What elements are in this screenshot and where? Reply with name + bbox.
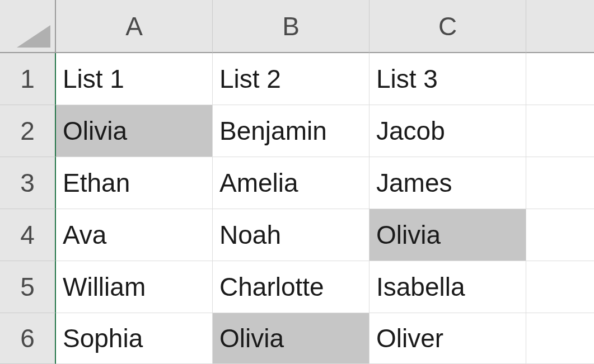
cell-c1[interactable]: List 3	[370, 53, 526, 105]
cell-c5[interactable]: Isabella	[370, 261, 526, 313]
row-header-1[interactable]: 1	[0, 53, 56, 105]
column-header-b[interactable]: B	[213, 0, 370, 53]
spreadsheet-grid: A B C 1 List 1 List 2 List 3 2 Olivia Be…	[0, 0, 594, 364]
cell-a6[interactable]: Sophia	[56, 313, 213, 364]
cell-a1[interactable]: List 1	[56, 53, 213, 105]
cell-d6[interactable]	[526, 313, 594, 364]
row-header-3[interactable]: 3	[0, 157, 56, 209]
select-all-corner[interactable]	[0, 0, 56, 53]
column-header-next[interactable]	[526, 0, 594, 53]
cell-c4[interactable]: Olivia	[370, 209, 526, 261]
cell-d3[interactable]	[526, 157, 594, 209]
cell-c2[interactable]: Jacob	[370, 105, 526, 157]
cell-a4[interactable]: Ava	[56, 209, 213, 261]
column-header-c[interactable]: C	[370, 0, 526, 53]
cell-d4[interactable]	[526, 209, 594, 261]
row-header-4[interactable]: 4	[0, 209, 56, 261]
cell-b2[interactable]: Benjamin	[213, 105, 370, 157]
row-header-2[interactable]: 2	[0, 105, 56, 157]
cell-a5[interactable]: William	[56, 261, 213, 313]
cell-b4[interactable]: Noah	[213, 209, 370, 261]
cell-d5[interactable]	[526, 261, 594, 313]
cell-d1[interactable]	[526, 53, 594, 105]
cell-b3[interactable]: Amelia	[213, 157, 370, 209]
cell-a3[interactable]: Ethan	[56, 157, 213, 209]
cell-c3[interactable]: James	[370, 157, 526, 209]
cell-c6[interactable]: Oliver	[370, 313, 526, 364]
cell-d2[interactable]	[526, 105, 594, 157]
row-header-6[interactable]: 6	[0, 313, 56, 364]
row-header-5[interactable]: 5	[0, 261, 56, 313]
cell-b5[interactable]: Charlotte	[213, 261, 370, 313]
cell-b1[interactable]: List 2	[213, 53, 370, 105]
column-header-a[interactable]: A	[56, 0, 213, 53]
cell-b6[interactable]: Olivia	[213, 313, 370, 364]
cell-a2[interactable]: Olivia	[56, 105, 213, 157]
